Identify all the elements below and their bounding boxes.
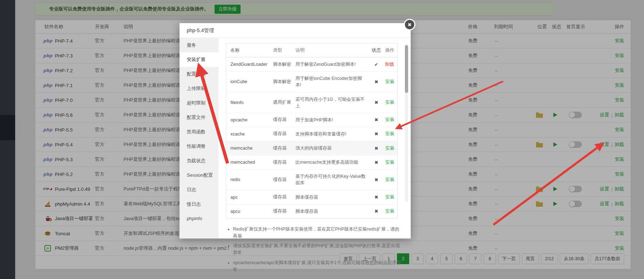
extension-name: ionCube (226, 76, 273, 88)
extension-action: 安装 (382, 117, 397, 123)
extension-name: apcu (226, 205, 273, 218)
extension-notes: Redis扩展仅支持一个PHP版本安装使用，若在其它PHP版本已安装redis扩… (227, 226, 402, 273)
cross-icon: ✖ (371, 177, 382, 183)
extension-rows: ZendGuardLoader 脚本解密 用于解密ZendGuard加密脚本! … (226, 57, 397, 218)
cross-icon: ✖ (371, 117, 382, 123)
modal-tab-负载状态[interactable]: 负载状态 (180, 154, 219, 168)
extension-name: memcached (226, 156, 273, 168)
extension-name: memcache (226, 142, 273, 154)
extension-description: 用于解密ZendGuard加密脚本! (295, 57, 371, 71)
ext-action-uninstall-link[interactable]: 卸载 (385, 62, 394, 67)
extension-description: 基于内存亦可持久化的Key-Value数据库 (295, 169, 371, 190)
extension-row: xcache 缓存器 支持脚本缓存和变量缓存! ✖ 安装 (226, 127, 397, 141)
ext-col-desc: 说明 (295, 43, 371, 57)
extension-name: fileinfo (226, 96, 273, 109)
cross-icon: ✖ (371, 194, 382, 200)
extension-row: memcache 缓存器 强大的内容缓存器 ✖ 安装 (226, 141, 397, 155)
extension-action: 卸载 (382, 61, 397, 68)
extension-description: 若可用内存小于1G，可能会安装不上 (295, 93, 371, 113)
cross-icon: ✖ (371, 79, 382, 85)
extension-action: 安装 (382, 145, 397, 151)
extension-row: opcache 缓存器 用于加速PHP脚本! ✖ 安装 (226, 113, 397, 127)
close-icon[interactable]: ✖ (404, 19, 415, 30)
ext-action-install-link[interactable]: 安装 (385, 177, 394, 182)
extension-type: 脚本解密 (273, 75, 295, 89)
extension-name: opcache (226, 114, 273, 126)
extension-action: 安装 (382, 177, 397, 183)
cross-icon: ✖ (371, 100, 382, 105)
extension-action: 安装 (382, 159, 397, 166)
extension-action: 安装 (382, 99, 397, 106)
extension-row: ZendGuardLoader 脚本解密 用于解密ZendGuard加密脚本! … (226, 57, 397, 72)
modal-scrollbar-thumb[interactable] (405, 45, 408, 93)
modal-tab-安装扩展[interactable]: 安装扩展 (180, 52, 219, 67)
extension-row: memcached 缓存器 比memcache支持更多高级功能 ✖ 安装 (226, 155, 397, 169)
extension-type: 缓存器 (273, 205, 295, 218)
modal-tab-配置修改[interactable]: 配置修改 (180, 67, 219, 81)
extension-name: ZendGuardLoader (226, 58, 273, 70)
ext-action-install-link[interactable]: 安装 (385, 160, 394, 165)
extension-type: 缓存器 (273, 127, 295, 141)
extension-note: Redis扩展仅支持一个PHP版本安装使用，若在其它PHP版本已安装redis扩… (233, 226, 402, 240)
ext-col-status: 状态 (371, 47, 382, 53)
extension-action: 安装 (382, 208, 397, 214)
extension-description: 支持脚本缓存和变量缓存! (295, 127, 371, 141)
ext-col-name: 名称 (226, 44, 273, 57)
check-icon: ✔ (371, 62, 382, 67)
extension-description: 比memcache支持更多高级功能 (295, 155, 371, 169)
ext-action-install-link[interactable]: 安装 (385, 209, 394, 214)
modal-tab-性能调整[interactable]: 性能调整 (180, 139, 219, 154)
extension-description: 脚本缓存器 (295, 190, 371, 204)
extension-action: 安装 (382, 194, 397, 200)
ext-action-install-link[interactable]: 安装 (385, 146, 394, 151)
ext-action-install-link[interactable]: 安装 (385, 194, 394, 199)
ext-action-install-link[interactable]: 安装 (385, 100, 394, 105)
extension-type: 缓存器 (273, 156, 295, 169)
ext-action-install-link[interactable]: 安装 (385, 79, 394, 84)
modal-tab-慢日志[interactable]: 慢日志 (180, 197, 219, 211)
extension-description: 用于加速PHP脚本! (295, 113, 371, 127)
modal-tab-配置文件[interactable]: 配置文件 (180, 110, 219, 125)
modal-tab-日志[interactable]: 日志 (180, 183, 219, 197)
cross-icon: ✖ (371, 146, 382, 151)
modal-tab-Session配置[interactable]: Session配置 (180, 168, 219, 183)
cross-icon: ✖ (371, 160, 382, 165)
modal-tab-上传限制[interactable]: 上传限制 (180, 81, 219, 96)
extension-row: apcu 缓存器 脚本缓存器 ✖ 安装 (226, 205, 397, 218)
extension-note: opcache/xcache/apc等脚本缓存扩展,请只安装其中1个,否则可能导… (233, 259, 402, 273)
extension-name: apc (226, 191, 273, 203)
extension-type: 通用扩展 (273, 96, 295, 109)
extension-action: 安装 (382, 131, 397, 137)
extension-type: 缓存器 (273, 173, 295, 186)
modal-title: php-5.4管理 (180, 23, 411, 38)
extension-description: 强大的内容缓存器 (295, 141, 371, 155)
ext-action-install-link[interactable]: 安装 (385, 131, 394, 136)
extension-type: 缓存器 (273, 142, 295, 155)
modal-tab-服务[interactable]: 服务 (180, 38, 219, 52)
cross-icon: ✖ (371, 131, 382, 137)
extension-row: redis 缓存器 基于内存亦可持久化的Key-Value数据库 ✖ 安装 (226, 169, 397, 190)
ext-col-action: 操作 (382, 47, 397, 53)
extension-row: fileinfo 通用扩展 若可用内存小于1G，可能会安装不上 ✖ 安装 (226, 93, 397, 113)
modal-tab-禁用函数[interactable]: 禁用函数 (180, 125, 219, 139)
ext-action-install-link[interactable]: 安装 (385, 117, 394, 122)
extension-type: 缓存器 (273, 190, 295, 204)
extension-note: 请按实际需求安装扩展,不要安装不必要的PHP扩展,这会影响PHP执行效率,甚至出… (233, 242, 402, 256)
modal-scrollbar (405, 44, 408, 202)
extension-action: 安装 (382, 79, 397, 85)
modal-body: 服务安装扩展配置修改上传限制超时限制配置文件禁用函数性能调整负载状态Sessio… (180, 38, 411, 239)
modal-sidebar: 服务安装扩展配置修改上传限制超时限制配置文件禁用函数性能调整负载状态Sessio… (180, 38, 219, 239)
extension-row: ionCube 脚本解密 用于解密ionCube Encoder加密脚本! ✖ … (226, 72, 397, 92)
ext-col-type: 类型 (273, 44, 295, 57)
extension-description: 脚本缓存器 (295, 205, 371, 218)
modal-tab-超时限制[interactable]: 超时限制 (180, 96, 219, 110)
page: 专业版可以免费使用专业版插件，企业版可以免费使用专业版及企业版插件。 立即升级 … (0, 0, 644, 279)
extension-row: apc 缓存器 脚本缓存器 ✖ 安装 (226, 190, 397, 205)
extension-name: redis (226, 173, 273, 186)
extension-type: 缓存器 (273, 113, 295, 126)
cross-icon: ✖ (371, 209, 382, 214)
php-manage-modal: ✖ php-5.4管理 服务安装扩展配置修改上传限制超时限制配置文件禁用函数性能… (180, 23, 411, 239)
extension-table: 名称 类型 说明 状态 操作 ZendGuardLoader 脚本解密 用于解密… (226, 43, 398, 219)
modal-tab-phpinfo[interactable]: phpinfo (180, 211, 219, 226)
modal-content: 名称 类型 说明 状态 操作 ZendGuardLoader 脚本解密 用于解密… (219, 38, 411, 239)
